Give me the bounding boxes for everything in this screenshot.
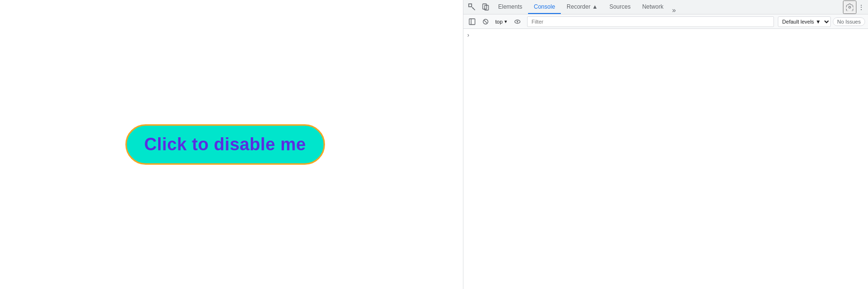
no-issues-badge: No Issues [833,17,865,26]
devtools-top-toolbar: Elements Console Recorder ▲ Sources Netw… [463,0,868,14]
settings-icon[interactable] [843,0,856,14]
top-context-select[interactable]: top ▼ [493,18,510,26]
main-page: Click to disable me [0,0,463,289]
svg-rect-0 [469,4,472,7]
tab-network[interactable]: Network [637,0,669,14]
console-sidebar-icon[interactable] [466,16,478,27]
more-options-icon[interactable]: ⋮ [856,0,866,14]
inspect-icon[interactable] [465,0,479,14]
tab-recorder[interactable]: Recorder ▲ [561,0,604,14]
svg-line-7 [484,20,488,23]
console-filter-input[interactable] [527,16,774,27]
log-levels-select[interactable]: Default levels ▼ [778,16,831,27]
tab-sources[interactable]: Sources [604,0,637,14]
tab-console[interactable]: Console [528,0,561,14]
clear-console-icon[interactable] [480,16,491,27]
svg-point-9 [517,21,518,22]
top-select-arrow: ▼ [503,19,508,24]
more-tabs-button[interactable]: » [669,6,679,14]
console-toolbar: top ▼ Default levels ▼ No Issues [463,14,868,29]
devtools-panel: Elements Console Recorder ▲ Sources Netw… [463,0,868,289]
console-content[interactable]: › [463,29,868,289]
console-arrow[interactable]: › [463,31,868,39]
tab-elements[interactable]: Elements [492,0,528,14]
svg-point-1 [473,8,474,9]
svg-rect-4 [469,19,475,25]
devtools-tabs: Elements Console Recorder ▲ Sources Netw… [492,0,843,14]
disable-me-button[interactable]: Click to disable me [125,124,325,165]
device-toggle-icon[interactable] [479,0,492,14]
eye-icon[interactable] [512,16,523,27]
